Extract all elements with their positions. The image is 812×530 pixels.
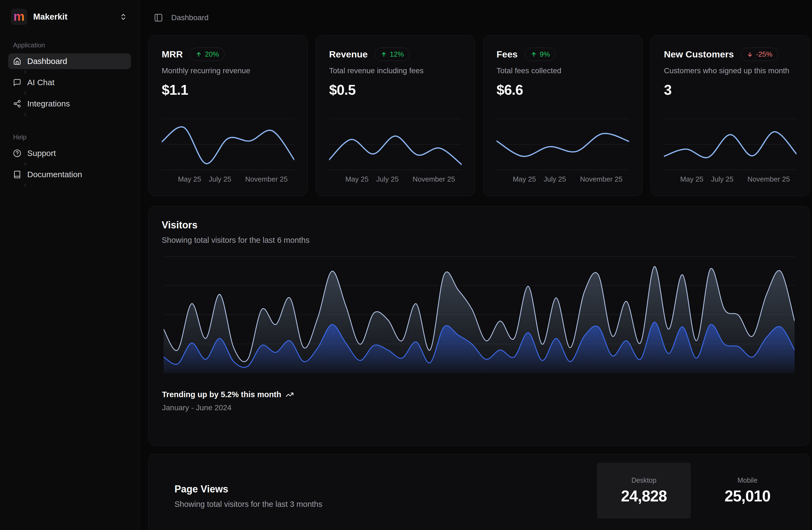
mobile-stat-label: Mobile <box>737 476 757 484</box>
stat-card-value: $6.6 <box>496 82 629 98</box>
desktop-stat-label: Desktop <box>632 476 656 484</box>
x-axis-tick: May 25 <box>345 175 368 184</box>
section-label-help: Help <box>13 133 131 141</box>
nav-tick <box>25 113 26 116</box>
visitors-subtitle: Showing total visitors for the last 6 mo… <box>162 236 797 245</box>
x-axis-tick: July 25 <box>376 175 398 184</box>
x-axis-tick: July 25 <box>711 175 733 184</box>
stat-card-title: New Customers <box>664 49 734 60</box>
desktop-stat-button[interactable]: Desktop 24,828 <box>597 463 691 518</box>
sidebar-item-support[interactable]: Support <box>8 145 131 161</box>
x-axis-labels: May 25July 25November 25 <box>664 175 797 183</box>
trend-value: 20% <box>205 50 219 58</box>
stat-card-value: 3 <box>664 82 797 98</box>
topbar: Dashboard <box>140 0 812 35</box>
sidebar-item-label: Support <box>27 149 56 158</box>
nav-tick <box>25 162 26 166</box>
page-views-stats: Desktop 24,828 Mobile 25,010 <box>597 463 788 518</box>
arrow-up-icon <box>531 51 537 58</box>
stat-card-description: Customers who signed up this month <box>664 67 797 75</box>
chevrons-up-down-icon <box>119 13 127 21</box>
stat-card-value: $1.1 <box>162 82 294 98</box>
breadcrumb: Dashboard <box>171 13 208 22</box>
logo-m-glyph: m <box>14 10 25 23</box>
share-icon <box>13 100 21 108</box>
trend-badge: -25% <box>741 48 778 61</box>
sidebar-item-label: Integrations <box>27 99 70 108</box>
visitors-area-chart[interactable] <box>164 256 795 373</box>
sidebar-item-dashboard[interactable]: Dashboard <box>8 53 131 69</box>
stat-card-description: Total fees collected <box>496 67 629 75</box>
visitors-card: Visitors Showing total visitors for the … <box>148 206 810 446</box>
book-icon <box>13 170 21 178</box>
x-axis-tick: May 25 <box>513 175 536 184</box>
stat-card-revenue: Revenue 12% Total revenue including fees… <box>316 35 475 196</box>
stat-card-new-customers: New Customers -25% Customers who signed … <box>651 35 810 196</box>
app-root: m Makerkit Application Dashboard AI Chat <box>0 0 812 530</box>
home-icon <box>13 57 21 65</box>
section-label-application: Application <box>13 41 131 49</box>
visitors-trend-text: Trending up by 5.2% this month <box>162 390 281 399</box>
x-axis-tick: July 25 <box>543 175 566 184</box>
stat-card-description: Total revenue including fees <box>329 67 462 75</box>
x-axis-tick: November 25 <box>580 175 623 184</box>
trend-value: 9% <box>540 50 550 58</box>
team-switcher-button[interactable]: m Makerkit <box>8 6 131 27</box>
x-axis-tick: July 25 <box>209 175 231 184</box>
sidebar-toggle-icon[interactable] <box>154 13 163 22</box>
main-content: Dashboard MRR 20% Monthly recurring reve… <box>140 0 812 530</box>
x-axis-labels: May 25July 25November 25 <box>496 175 629 183</box>
sidebar-item-integrations[interactable]: Integrations <box>8 96 131 112</box>
sidebar-item-documentation[interactable]: Documentation <box>8 167 131 182</box>
stat-card-title: MRR <box>162 49 183 60</box>
sidebar-item-label: AI Chat <box>27 78 55 87</box>
arrow-down-icon <box>747 51 753 58</box>
x-axis-tick: November 25 <box>413 175 455 184</box>
chat-icon <box>13 78 21 87</box>
stat-card-fees: Fees 9% Total fees collected $6.6 May 25… <box>483 35 642 196</box>
sidebar-item-label: Documentation <box>27 170 82 179</box>
desktop-stat-value: 24,828 <box>621 487 667 505</box>
nav-tick <box>25 91 26 95</box>
mobile-stat-button[interactable]: Mobile 25,010 <box>707 463 788 518</box>
trend-badge: 9% <box>525 48 556 61</box>
x-axis-tick: November 25 <box>748 175 790 184</box>
x-axis-tick: May 25 <box>178 175 201 184</box>
sidebar-item-label: Dashboard <box>27 57 67 66</box>
mobile-stat-value: 25,010 <box>725 487 770 505</box>
arrow-up-icon <box>380 51 387 58</box>
trend-value: 12% <box>390 50 404 58</box>
help-circle-icon <box>13 149 21 157</box>
x-axis-tick: November 25 <box>245 175 288 184</box>
stat-cards-row: MRR 20% Monthly recurring revenue $1.1 M… <box>148 35 810 196</box>
trend-value: -25% <box>756 50 772 58</box>
stat-card-value: $0.5 <box>329 82 462 98</box>
sparkline-chart: May 25July 25November 25 <box>162 118 294 183</box>
stat-card-title: Fees <box>496 49 518 60</box>
trend-badge: 20% <box>190 48 224 61</box>
nav-tick <box>25 184 26 187</box>
trend-badge: 12% <box>375 48 410 61</box>
x-axis-labels: May 25July 25November 25 <box>329 175 462 183</box>
dashboard-content: MRR 20% Monthly recurring revenue $1.1 M… <box>140 35 812 530</box>
stat-card-description: Monthly recurring revenue <box>162 67 294 75</box>
arrow-up-icon <box>195 51 202 58</box>
stat-card-mrr: MRR 20% Monthly recurring revenue $1.1 M… <box>148 35 308 196</box>
sidebar-item-ai-chat[interactable]: AI Chat <box>8 75 131 90</box>
trending-up-icon <box>286 391 294 399</box>
page-views-card: Page Views Showing total visitors for th… <box>148 454 810 530</box>
visitors-title: Visitors <box>162 219 797 231</box>
x-axis-labels: May 25July 25November 25 <box>162 175 294 183</box>
stat-card-title: Revenue <box>329 49 368 60</box>
visitors-period: January - June 2024 <box>162 403 796 412</box>
sparkline-chart: May 25July 25November 25 <box>664 118 797 183</box>
sparkline-chart: May 25July 25November 25 <box>329 118 462 183</box>
x-axis-tick: May 25 <box>680 175 704 184</box>
nav-tick <box>25 70 26 73</box>
team-name: Makerkit <box>33 12 114 22</box>
sparkline-chart: May 25July 25November 25 <box>496 118 629 183</box>
makerkit-logo: m <box>11 9 27 25</box>
sidebar: m Makerkit Application Dashboard AI Chat <box>0 0 140 530</box>
